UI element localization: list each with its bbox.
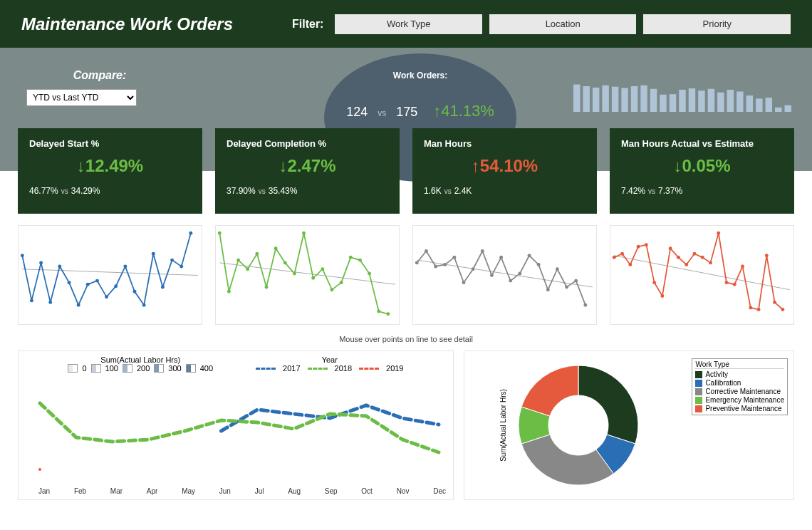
card-pct: ↓12.49% bbox=[29, 156, 191, 176]
filter-label: Filter: bbox=[292, 18, 323, 31]
month-label: Jun bbox=[219, 487, 231, 495]
svg-point-54 bbox=[311, 276, 315, 280]
svg-point-60 bbox=[368, 272, 371, 276]
svg-rect-13 bbox=[698, 90, 704, 112]
page-title: Maintenance Work Orders bbox=[21, 14, 292, 34]
donut-legend: Work TypeActivityCallibrationCorrective … bbox=[692, 358, 788, 415]
svg-point-77 bbox=[537, 263, 541, 266]
year-label: 2019 bbox=[386, 364, 403, 373]
month-label: Jan bbox=[38, 487, 50, 495]
svg-point-48 bbox=[255, 252, 259, 256]
month-label: Sep bbox=[325, 487, 338, 495]
donut-legend-item: Activity bbox=[695, 370, 784, 378]
svg-rect-11 bbox=[679, 90, 685, 112]
svg-point-61 bbox=[377, 310, 380, 313]
svg-line-63 bbox=[417, 260, 592, 287]
svg-point-92 bbox=[677, 256, 680, 259]
year-legend: 201720182019 bbox=[256, 364, 403, 373]
svg-rect-19 bbox=[756, 98, 762, 112]
svg-point-69 bbox=[462, 281, 466, 284]
svg-rect-15 bbox=[717, 93, 724, 112]
svg-rect-4 bbox=[612, 87, 618, 112]
svg-rect-1 bbox=[583, 86, 589, 112]
svg-point-97 bbox=[717, 232, 720, 235]
scale-title: Sum(Actual Labor Hrs) bbox=[68, 355, 213, 364]
svg-point-55 bbox=[321, 267, 324, 271]
svg-rect-7 bbox=[640, 85, 647, 112]
lower-panels: Sum(Actual Labor Hrs) 0100200300400 Year… bbox=[0, 350, 812, 513]
svg-point-40 bbox=[170, 259, 174, 262]
filter-location[interactable]: Location bbox=[489, 14, 637, 34]
svg-point-25 bbox=[30, 298, 33, 302]
svg-rect-6 bbox=[631, 86, 637, 112]
month-label: Feb bbox=[74, 487, 86, 495]
svg-rect-20 bbox=[766, 98, 772, 112]
svg-point-58 bbox=[349, 256, 353, 259]
svg-point-53 bbox=[302, 232, 306, 235]
svg-point-99 bbox=[733, 283, 736, 286]
kpi-card-3[interactable]: Man Hours Actual vs Estimate ↓0.05% 7.42… bbox=[610, 128, 794, 214]
svg-point-50 bbox=[274, 246, 278, 250]
svg-point-72 bbox=[490, 274, 494, 277]
svg-point-65 bbox=[425, 249, 428, 253]
svg-point-64 bbox=[415, 261, 419, 264]
filter-priority[interactable]: Priority bbox=[643, 14, 791, 34]
labor-trend-panel: Sum(Actual Labor Hrs) 0100200300400 Year… bbox=[18, 350, 454, 500]
labor-trend-chart[interactable] bbox=[33, 381, 446, 481]
svg-point-103 bbox=[765, 254, 769, 257]
compare-select[interactable]: YTD vs Last YTD bbox=[26, 89, 137, 106]
wo-value-a: 124 bbox=[346, 105, 368, 120]
donut-ylabel: Sum(Actual Labor Hrs) bbox=[499, 389, 507, 462]
mh-vs-est-mini[interactable] bbox=[610, 225, 794, 325]
month-label: Nov bbox=[397, 487, 410, 495]
svg-rect-18 bbox=[746, 95, 753, 112]
svg-point-39 bbox=[161, 285, 165, 289]
kpi-cards: Delayed Start % ↓12.49% 46.77%vs34.29%De… bbox=[0, 128, 812, 214]
scale-val: 200 bbox=[137, 364, 150, 373]
svg-rect-22 bbox=[785, 105, 791, 112]
svg-point-88 bbox=[645, 243, 648, 246]
kpi-card-2[interactable]: Man Hours ↑54.10% 1.6Kvs2.4K bbox=[412, 128, 597, 214]
svg-rect-17 bbox=[736, 91, 743, 112]
svg-point-76 bbox=[528, 254, 531, 257]
work-type-donut[interactable] bbox=[507, 354, 650, 497]
svg-point-95 bbox=[701, 256, 704, 259]
card-pct: ↓0.05% bbox=[621, 156, 783, 176]
kpi-card-0[interactable]: Delayed Start % ↓12.49% 46.77%vs34.29% bbox=[18, 128, 202, 214]
svg-point-70 bbox=[472, 267, 475, 271]
card-title: Delayed Start % bbox=[29, 138, 191, 149]
svg-point-98 bbox=[725, 281, 729, 284]
delayed-start-mini[interactable] bbox=[18, 225, 202, 325]
svg-point-80 bbox=[565, 285, 568, 289]
svg-point-56 bbox=[330, 288, 334, 291]
card-compare: 37.90%vs35.43% bbox=[227, 186, 388, 196]
filter-work-type[interactable]: Work Type bbox=[335, 14, 482, 34]
donut-legend-item: Corrective Maintenance bbox=[695, 388, 784, 395]
svg-point-74 bbox=[509, 279, 512, 283]
svg-point-32 bbox=[95, 279, 99, 283]
svg-point-29 bbox=[68, 281, 71, 284]
card-compare: 7.42%vs7.37% bbox=[621, 186, 783, 196]
month-label: Aug bbox=[288, 487, 301, 495]
compare-label: Compare: bbox=[18, 69, 182, 82]
svg-point-35 bbox=[123, 264, 127, 268]
svg-rect-9 bbox=[660, 95, 666, 112]
compare-box: Compare: YTD vs Last YTD bbox=[18, 69, 182, 106]
svg-point-87 bbox=[637, 245, 640, 249]
svg-point-90 bbox=[660, 294, 664, 298]
svg-rect-21 bbox=[775, 108, 781, 112]
svg-line-23 bbox=[22, 269, 197, 276]
svg-point-93 bbox=[685, 263, 688, 266]
donut-legend-title: Work Type bbox=[695, 360, 784, 369]
kpi-card-1[interactable]: Delayed Completion % ↓2.47% 37.90%vs35.4… bbox=[215, 128, 400, 214]
hover-hint: Mouse over points on line to see detail bbox=[0, 335, 812, 343]
svg-point-45 bbox=[227, 290, 231, 293]
svg-point-67 bbox=[443, 263, 447, 266]
svg-point-24 bbox=[21, 254, 24, 257]
month-label: Dec bbox=[433, 487, 446, 495]
delayed-completion-mini[interactable] bbox=[215, 225, 400, 325]
svg-point-81 bbox=[574, 279, 578, 283]
man-hours-mini[interactable] bbox=[412, 225, 597, 325]
svg-point-52 bbox=[293, 272, 296, 276]
donut-panel: Sum(Actual Labor Hrs) Work TypeActivityC… bbox=[464, 350, 794, 500]
